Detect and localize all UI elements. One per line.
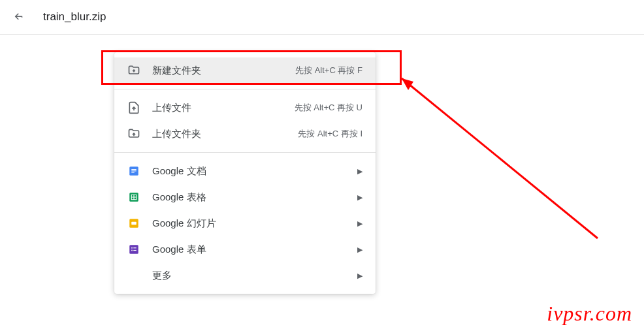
svg-rect-11 (133, 250, 137, 251)
svg-line-12 (402, 78, 598, 238)
svg-rect-2 (131, 170, 137, 171)
svg-point-8 (131, 247, 133, 249)
menu-label: 上传文件 (152, 102, 283, 114)
watermark: ivpsr.com (547, 302, 632, 326)
svg-rect-3 (131, 172, 135, 173)
new-folder-icon (127, 64, 140, 77)
menu-label: 更多 (152, 270, 346, 282)
svg-point-10 (131, 250, 133, 251)
google-docs-icon (127, 165, 140, 178)
menu-item-google-docs[interactable]: Google 文档 ▶ (114, 158, 376, 184)
svg-rect-9 (133, 247, 137, 248)
menu-label: Google 幻灯片 (152, 217, 346, 230)
submenu-arrow-icon: ▶ (357, 245, 362, 254)
svg-rect-1 (131, 169, 137, 170)
context-menu: 新建文件夹 先按 Alt+C 再按 F 上传文件 先按 Alt+C 再按 U 上… (114, 52, 376, 294)
menu-shortcut: 先按 Alt+C 再按 U (295, 102, 362, 114)
menu-label: Google 文档 (152, 165, 346, 178)
menu-label: Google 表单 (152, 244, 346, 256)
svg-rect-7 (129, 245, 138, 254)
menu-item-new-folder[interactable]: 新建文件夹 先按 Alt+C 再按 F (114, 57, 376, 84)
submenu-arrow-icon: ▶ (357, 219, 362, 228)
menu-label: 上传文件夹 (152, 128, 286, 140)
menu-item-upload-file[interactable]: 上传文件 先按 Alt+C 再按 U (114, 95, 376, 121)
submenu-arrow-icon: ▶ (357, 272, 362, 280)
menu-divider (114, 152, 376, 153)
filename: train_blur.zip (43, 10, 106, 24)
submenu-arrow-icon: ▶ (357, 193, 362, 202)
google-forms-icon (127, 243, 140, 256)
submenu-arrow-icon: ▶ (357, 167, 362, 176)
menu-label: Google 表格 (152, 191, 346, 204)
svg-marker-13 (402, 78, 413, 90)
menu-label: 新建文件夹 (152, 65, 283, 77)
back-icon[interactable] (13, 11, 25, 23)
upload-file-icon (127, 101, 140, 114)
menu-divider (114, 89, 376, 89)
svg-rect-6 (131, 222, 137, 225)
google-sheets-icon (127, 191, 140, 204)
menu-item-more[interactable]: 更多 ▶ (114, 262, 376, 289)
topbar: train_blur.zip (0, 0, 644, 35)
menu-item-upload-folder[interactable]: 上传文件夹 先按 Alt+C 再按 I (114, 121, 376, 147)
menu-shortcut: 先按 Alt+C 再按 I (298, 128, 362, 140)
menu-item-google-forms[interactable]: Google 表单 ▶ (114, 236, 376, 262)
menu-item-google-sheets[interactable]: Google 表格 ▶ (114, 184, 376, 210)
upload-folder-icon (127, 127, 140, 140)
menu-shortcut: 先按 Alt+C 再按 F (295, 65, 362, 76)
menu-item-google-slides[interactable]: Google 幻灯片 ▶ (114, 210, 376, 236)
annotation-arrow (362, 59, 611, 248)
google-slides-icon (127, 217, 140, 230)
